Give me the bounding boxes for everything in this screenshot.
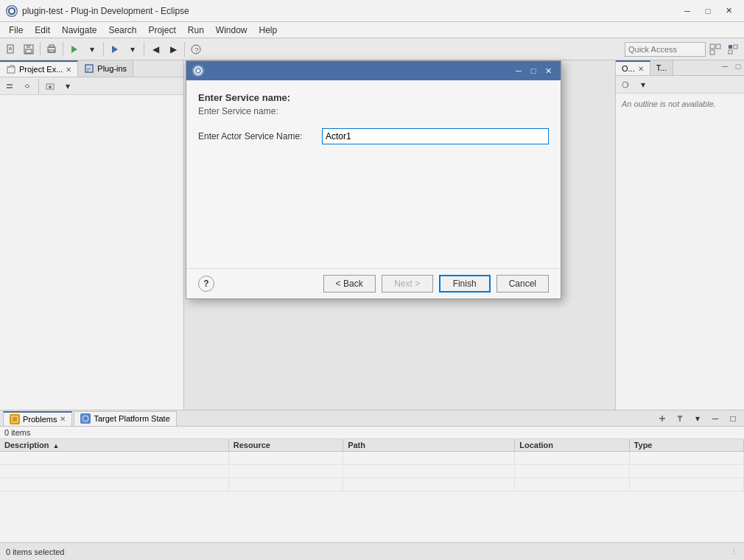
run-dropdown[interactable]: ▾ [84,41,100,57]
outline-maximize[interactable]: □ [732,60,744,72]
menu-navigate[interactable]: Navigate [56,22,102,38]
link-btn[interactable] [19,78,35,94]
menu-edit[interactable]: Edit [29,22,56,38]
project-explorer-close[interactable]: ✕ [66,66,71,74]
outline-minimize[interactable]: ─ [719,60,731,72]
quick-access-input[interactable] [625,42,706,57]
outline-content: An outline is not available. [616,94,744,410]
tab-tasks[interactable]: T... [650,60,674,75]
table-row [0,478,744,491]
next-button[interactable]: Next > [382,275,433,293]
actor-service-name-input[interactable] [322,128,549,144]
new-folder-btn[interactable] [42,78,58,94]
collapse-all-btn[interactable] [1,78,18,94]
tab-target-platform[interactable]: Target Platform State [74,411,176,426]
svg-rect-7 [26,49,32,53]
open-perspective-button[interactable] [725,41,741,57]
problems-close[interactable]: ✕ [60,415,66,423]
print-button[interactable] [43,41,60,57]
view-menu-btn[interactable]: ▾ [60,78,76,94]
menu-project[interactable]: Project [142,22,181,38]
tab-outline[interactable]: O... ✕ [616,60,650,75]
bottom-add-btn[interactable] [654,410,670,427]
toolbar-sep-5 [184,42,185,57]
forward-button[interactable]: ▶ [165,41,181,57]
save-button[interactable] [21,41,37,57]
app-icon [6,5,18,17]
enter-service-dialog: ─ □ ✕ Enter Service name: Enter Service … [186,60,561,299]
menu-file[interactable]: File [3,22,29,38]
outline-menu-btn[interactable]: ▾ [635,77,651,93]
left-panel: Project Ex... ✕ P Plug-ins [0,60,184,410]
bottom-panel: Problems ✕ Target Platform State ▾ ─ □ [0,410,744,542]
bottom-tab-bar: Problems ✕ Target Platform State ▾ ─ □ [0,410,744,427]
tab-project-explorer[interactable]: Project Ex... ✕ [0,60,78,77]
debug-dropdown[interactable]: ▾ [124,41,141,57]
bottom-menu-btn[interactable]: ▾ [689,410,706,427]
svg-point-29 [622,82,628,88]
table-header: Description ▲ Resource Path Location Typ… [0,439,744,452]
back-button[interactable]: ◀ [147,41,164,57]
plugins-label: Plug-ins [97,64,127,73]
title-bar: plugin-test - Plug-in Development - Ecli… [0,0,744,22]
svg-marker-34 [677,416,683,421]
finish-button[interactable]: Finish [439,275,491,293]
tab-problems[interactable]: Problems ✕ [3,411,72,426]
status-dots: ⋮ [730,547,738,556]
back-button[interactable]: < Back [323,275,376,293]
dialog-title-controls: ─ □ ✕ [512,64,555,77]
debug-button[interactable] [107,41,123,57]
dialog-close-btn[interactable]: ✕ [541,64,555,77]
close-button[interactable]: ✕ [719,4,738,18]
svg-rect-15 [710,44,715,49]
new-button[interactable] [3,41,19,57]
left-toolbar-sep [38,79,39,94]
svg-text:P: P [87,66,91,73]
bottom-maximize-btn[interactable]: □ [725,410,741,427]
outline-tab-bar: O... ✕ T... ─ □ [616,60,744,76]
help-button[interactable]: ? [198,276,214,292]
run-button[interactable] [66,41,83,57]
problems-label: Problems [23,415,57,424]
status-text: 0 items selected [6,547,64,556]
dialog-maximize-btn[interactable]: □ [527,64,540,77]
svg-rect-17 [710,50,715,55]
project-explorer-content [0,95,183,410]
cancel-button[interactable]: Cancel [496,275,549,293]
table-row [0,465,744,478]
field-label: Enter Actor Service Name: [198,131,316,141]
bottom-filter-btn[interactable] [672,410,688,427]
bottom-minimize-btn[interactable]: ─ [707,410,723,427]
outline-sync-btn[interactable] [617,77,634,93]
menu-window[interactable]: Window [210,22,253,38]
col-type: Type [630,439,744,451]
target-platform-label: Target Platform State [94,414,169,423]
target-platform-icon [80,413,91,424]
menu-search[interactable]: Search [102,22,142,38]
col-path: Path [343,439,515,451]
svg-rect-6 [27,45,30,48]
svg-rect-20 [729,50,732,54]
dialog-subtext: Enter Service name: [198,106,549,116]
dialog-footer: ? < Back Next > Finish Cancel [186,268,561,298]
menu-bar: File Edit Navigate Search Project Run Wi… [0,22,744,38]
help-button[interactable]: ? [188,41,204,57]
svg-rect-21 [7,67,15,73]
dialog-minimize-btn[interactable]: ─ [512,64,525,77]
window-title: plugin-test - Plug-in Development - Ecli… [22,6,678,16]
svg-rect-19 [734,45,737,49]
problems-icon [10,414,20,424]
outline-close[interactable]: ✕ [638,65,644,73]
tab-plugins[interactable]: P Plug-ins [78,60,133,77]
dialog-icon [192,65,204,77]
toolbar-sep-2 [63,42,63,57]
menu-help[interactable]: Help [253,22,284,38]
minimize-button[interactable]: ─ [678,4,697,18]
main-toolbar: ▾ ▾ ◀ ▶ ? [0,38,744,60]
perspectives-button[interactable] [707,41,723,57]
menu-run[interactable]: Run [182,22,210,38]
toolbar-sep-3 [103,42,104,57]
dialog-title-bar: ─ □ ✕ [186,61,561,80]
problems-content: 0 items Description ▲ Resource Path Loca… [0,427,744,542]
maximize-button[interactable]: □ [698,4,717,18]
